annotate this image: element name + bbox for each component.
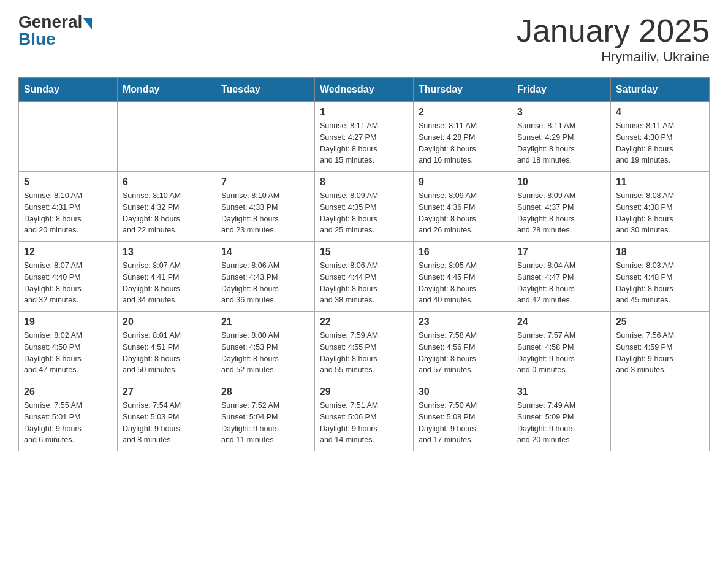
day-info: Sunrise: 7:52 AM Sunset: 5:04 PM Dayligh… [221, 400, 309, 446]
day-of-week-header: Monday [117, 78, 216, 102]
day-info: Sunrise: 7:59 AM Sunset: 4:55 PM Dayligh… [320, 330, 408, 376]
day-number: 11 [616, 177, 704, 188]
day-number: 14 [221, 247, 309, 258]
calendar-cell: 29Sunrise: 7:51 AM Sunset: 5:06 PM Dayli… [314, 381, 413, 451]
day-number: 13 [123, 247, 211, 258]
day-info: Sunrise: 7:57 AM Sunset: 4:58 PM Dayligh… [517, 330, 605, 376]
calendar-cell: 1Sunrise: 8:11 AM Sunset: 4:27 PM Daylig… [314, 102, 413, 172]
day-info: Sunrise: 8:11 AM Sunset: 4:28 PM Dayligh… [419, 120, 507, 166]
day-number: 3 [517, 107, 605, 118]
day-number: 8 [320, 177, 408, 188]
day-of-week-header: Saturday [610, 78, 709, 102]
calendar-week-row: 5Sunrise: 8:10 AM Sunset: 4:31 PM Daylig… [19, 172, 710, 242]
header-row: SundayMondayTuesdayWednesdayThursdayFrid… [19, 78, 710, 102]
day-info: Sunrise: 8:06 AM Sunset: 4:43 PM Dayligh… [221, 260, 309, 306]
calendar-cell: 26Sunrise: 7:55 AM Sunset: 5:01 PM Dayli… [19, 381, 118, 451]
calendar-cell: 17Sunrise: 8:04 AM Sunset: 4:47 PM Dayli… [512, 242, 610, 312]
day-number: 28 [221, 386, 309, 397]
day-number: 18 [616, 247, 704, 258]
calendar-title: January 2025 [517, 12, 710, 49]
page-header: General Blue January 2025 Hrymailiv, Ukr… [18, 12, 710, 65]
day-number: 23 [419, 316, 507, 327]
day-info: Sunrise: 7:58 AM Sunset: 4:56 PM Dayligh… [419, 330, 507, 376]
day-info: Sunrise: 7:50 AM Sunset: 5:08 PM Dayligh… [419, 400, 507, 446]
day-info: Sunrise: 7:56 AM Sunset: 4:59 PM Dayligh… [616, 330, 704, 376]
day-info: Sunrise: 8:07 AM Sunset: 4:41 PM Dayligh… [123, 260, 211, 306]
calendar-week-row: 12Sunrise: 8:07 AM Sunset: 4:40 PM Dayli… [19, 242, 710, 312]
day-info: Sunrise: 8:10 AM Sunset: 4:32 PM Dayligh… [123, 190, 211, 236]
logo-blue-text: Blue [18, 29, 56, 49]
calendar-cell: 8Sunrise: 8:09 AM Sunset: 4:35 PM Daylig… [314, 172, 413, 242]
calendar-cell: 13Sunrise: 8:07 AM Sunset: 4:41 PM Dayli… [117, 242, 216, 312]
calendar-cell: 7Sunrise: 8:10 AM Sunset: 4:33 PM Daylig… [216, 172, 314, 242]
day-info: Sunrise: 7:49 AM Sunset: 5:09 PM Dayligh… [517, 400, 605, 446]
day-number: 15 [320, 247, 408, 258]
day-number: 16 [419, 247, 507, 258]
day-number: 6 [123, 177, 211, 188]
day-info: Sunrise: 8:09 AM Sunset: 4:37 PM Dayligh… [517, 190, 605, 236]
calendar-cell: 5Sunrise: 8:10 AM Sunset: 4:31 PM Daylig… [19, 172, 118, 242]
day-of-week-header: Sunday [19, 78, 118, 102]
calendar-cell: 14Sunrise: 8:06 AM Sunset: 4:43 PM Dayli… [216, 242, 314, 312]
day-info: Sunrise: 8:01 AM Sunset: 4:51 PM Dayligh… [123, 330, 211, 376]
day-info: Sunrise: 8:10 AM Sunset: 4:31 PM Dayligh… [24, 190, 112, 236]
calendar-cell: 20Sunrise: 8:01 AM Sunset: 4:51 PM Dayli… [117, 312, 216, 381]
calendar-cell: 2Sunrise: 8:11 AM Sunset: 4:28 PM Daylig… [413, 102, 512, 172]
day-number: 31 [517, 386, 605, 397]
day-number: 17 [517, 247, 605, 258]
day-info: Sunrise: 8:11 AM Sunset: 4:27 PM Dayligh… [320, 120, 408, 166]
calendar-cell [610, 381, 709, 451]
calendar-week-row: 19Sunrise: 8:02 AM Sunset: 4:50 PM Dayli… [19, 312, 710, 381]
day-info: Sunrise: 8:07 AM Sunset: 4:40 PM Dayligh… [24, 260, 112, 306]
day-number: 24 [517, 316, 605, 327]
day-number: 9 [419, 177, 507, 188]
calendar-week-row: 26Sunrise: 7:55 AM Sunset: 5:01 PM Dayli… [19, 381, 710, 451]
calendar-cell [216, 102, 314, 172]
logo: General Blue [18, 12, 92, 49]
day-info: Sunrise: 8:06 AM Sunset: 4:44 PM Dayligh… [320, 260, 408, 306]
calendar-cell: 22Sunrise: 7:59 AM Sunset: 4:55 PM Dayli… [314, 312, 413, 381]
calendar-cell: 16Sunrise: 8:05 AM Sunset: 4:45 PM Dayli… [413, 242, 512, 312]
logo-arrow-icon [83, 18, 92, 29]
day-number: 4 [616, 107, 704, 118]
day-info: Sunrise: 8:09 AM Sunset: 4:36 PM Dayligh… [419, 190, 507, 236]
calendar-cell: 15Sunrise: 8:06 AM Sunset: 4:44 PM Dayli… [314, 242, 413, 312]
day-number: 7 [221, 177, 309, 188]
calendar-cell: 12Sunrise: 8:07 AM Sunset: 4:40 PM Dayli… [19, 242, 118, 312]
day-info: Sunrise: 8:00 AM Sunset: 4:53 PM Dayligh… [221, 330, 309, 376]
calendar-cell: 3Sunrise: 8:11 AM Sunset: 4:29 PM Daylig… [512, 102, 610, 172]
calendar-week-row: 1Sunrise: 8:11 AM Sunset: 4:27 PM Daylig… [19, 102, 710, 172]
day-number: 25 [616, 316, 704, 327]
day-of-week-header: Tuesday [216, 78, 314, 102]
calendar-cell: 24Sunrise: 7:57 AM Sunset: 4:58 PM Dayli… [512, 312, 610, 381]
calendar-cell: 21Sunrise: 8:00 AM Sunset: 4:53 PM Dayli… [216, 312, 314, 381]
calendar-cell: 10Sunrise: 8:09 AM Sunset: 4:37 PM Dayli… [512, 172, 610, 242]
calendar-table: SundayMondayTuesdayWednesdayThursdayFrid… [18, 77, 710, 451]
day-number: 30 [419, 386, 507, 397]
calendar-cell: 18Sunrise: 8:03 AM Sunset: 4:48 PM Dayli… [610, 242, 709, 312]
calendar-cell: 4Sunrise: 8:11 AM Sunset: 4:30 PM Daylig… [610, 102, 709, 172]
day-of-week-header: Thursday [413, 78, 512, 102]
day-info: Sunrise: 7:51 AM Sunset: 5:06 PM Dayligh… [320, 400, 408, 446]
title-section: January 2025 Hrymailiv, Ukraine [517, 12, 710, 65]
day-number: 20 [123, 316, 211, 327]
day-number: 10 [517, 177, 605, 188]
day-number: 22 [320, 316, 408, 327]
day-of-week-header: Wednesday [314, 78, 413, 102]
day-number: 19 [24, 316, 112, 327]
calendar-cell [117, 102, 216, 172]
day-info: Sunrise: 8:02 AM Sunset: 4:50 PM Dayligh… [24, 330, 112, 376]
calendar-cell: 11Sunrise: 8:08 AM Sunset: 4:38 PM Dayli… [610, 172, 709, 242]
day-number: 29 [320, 386, 408, 397]
day-number: 26 [24, 386, 112, 397]
day-of-week-header: Friday [512, 78, 610, 102]
day-info: Sunrise: 8:04 AM Sunset: 4:47 PM Dayligh… [517, 260, 605, 306]
day-number: 5 [24, 177, 112, 188]
calendar-cell: 27Sunrise: 7:54 AM Sunset: 5:03 PM Dayli… [117, 381, 216, 451]
day-info: Sunrise: 8:09 AM Sunset: 4:35 PM Dayligh… [320, 190, 408, 236]
day-number: 27 [123, 386, 211, 397]
day-number: 2 [419, 107, 507, 118]
calendar-cell: 31Sunrise: 7:49 AM Sunset: 5:09 PM Dayli… [512, 381, 610, 451]
calendar-cell: 9Sunrise: 8:09 AM Sunset: 4:36 PM Daylig… [413, 172, 512, 242]
day-info: Sunrise: 8:05 AM Sunset: 4:45 PM Dayligh… [419, 260, 507, 306]
